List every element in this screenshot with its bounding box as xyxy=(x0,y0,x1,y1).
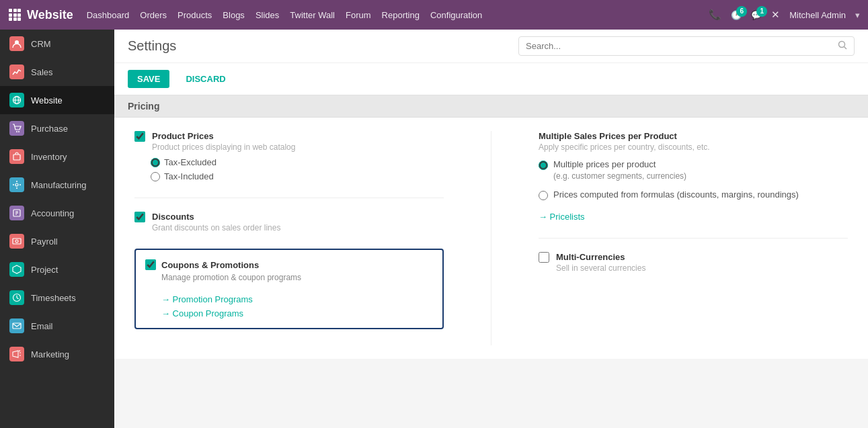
main-wrapper: CRM Sales Website Purchase Inventory xyxy=(0,30,868,428)
tax-included-radio[interactable] xyxy=(151,172,160,181)
svg-point-14 xyxy=(18,131,19,132)
coupons-header-row: Coupons & Promotions xyxy=(145,259,433,270)
multiple-prices-desc: Apply specific prices per country, disco… xyxy=(539,142,848,152)
coupons-checkbox[interactable] xyxy=(145,259,156,270)
product-prices-title: Product Prices xyxy=(152,131,295,141)
coupons-title: Coupons & Promotions xyxy=(161,260,259,270)
sidebar-label-purchase: Purchase xyxy=(31,124,68,134)
nav-forum[interactable]: Forum xyxy=(346,10,371,20)
toolbar: SAVE DISCARD xyxy=(114,63,868,95)
discounts-checkbox[interactable] xyxy=(134,212,145,222)
sidebar-item-inventory[interactable]: Inventory xyxy=(0,142,114,171)
nav-slides[interactable]: Slides xyxy=(255,10,279,20)
sidebar-item-sales[interactable]: Sales xyxy=(0,58,114,86)
multi-currencies-checkbox[interactable] xyxy=(539,252,549,263)
pricelists-link[interactable]: → Pricelists xyxy=(539,212,585,222)
multi-currencies-title: Multi-Currencies xyxy=(556,252,645,262)
svg-rect-6 xyxy=(9,17,12,21)
multiple-prices-title: Multiple Sales Prices per Product xyxy=(539,131,848,141)
search-input[interactable] xyxy=(526,41,835,51)
product-prices-desc: Product prices displaying in web catalog xyxy=(152,142,295,152)
app-title: Website xyxy=(27,8,73,22)
close-icon[interactable]: ✕ xyxy=(771,9,780,21)
save-button[interactable]: SAVE xyxy=(128,70,169,88)
coupon-programs-link[interactable]: → Coupon Programs xyxy=(161,308,243,318)
sidebar-label-payroll: Payroll xyxy=(31,237,58,247)
svg-rect-4 xyxy=(13,13,17,17)
crm-icon xyxy=(9,36,24,51)
svg-line-28 xyxy=(19,351,20,352)
product-prices-group: Product Prices Product prices displaying… xyxy=(134,131,444,181)
nav-blogs[interactable]: Blogs xyxy=(223,10,245,20)
website-icon xyxy=(9,93,24,108)
project-icon xyxy=(9,262,24,277)
chat-badge-wrap[interactable]: 💬 1 xyxy=(751,10,762,20)
svg-rect-2 xyxy=(17,9,21,12)
sidebar-item-crm[interactable]: CRM xyxy=(0,30,114,58)
svg-marker-25 xyxy=(13,351,18,357)
tax-options: Tax-Excluded Tax-Included xyxy=(134,157,444,181)
product-prices-checkbox[interactable] xyxy=(134,131,145,142)
multiple-prices-radio2[interactable] xyxy=(539,191,548,200)
pricing-col-left: Product Prices Product prices displaying… xyxy=(134,131,444,345)
sidebar-label-email: Email xyxy=(31,321,53,331)
sidebar-item-email[interactable]: Email xyxy=(0,312,114,340)
svg-rect-1 xyxy=(13,9,17,12)
multi-currencies-text: Multi-Currencies Sell in several currenc… xyxy=(556,252,645,273)
sidebar-label-website: Website xyxy=(31,95,63,105)
payroll-icon xyxy=(9,234,24,249)
discounts-header: Discounts Grant discounts on sales order… xyxy=(134,212,444,232)
sidebar-item-project[interactable]: Project xyxy=(0,255,114,284)
tax-included-label: Tax-Included xyxy=(164,171,214,181)
promotion-programs-link[interactable]: → Promotion Programs xyxy=(161,294,253,304)
multiple-prices-radio1[interactable] xyxy=(539,161,548,170)
multiple-prices-label1: Multiple prices per product (e.g. custom… xyxy=(553,159,686,182)
user-name[interactable]: Mitchell Admin xyxy=(789,10,846,20)
svg-rect-3 xyxy=(9,13,12,17)
sidebar-item-marketing[interactable]: Marketing xyxy=(0,340,114,368)
content-area: Settings SAVE DISCARD Pricing xyxy=(114,30,868,428)
search-bar xyxy=(518,36,855,56)
multiple-prices-option2: Prices computed from formulas (discounts… xyxy=(539,189,848,201)
nav-configuration[interactable]: Configuration xyxy=(430,10,482,20)
search-icon xyxy=(838,40,847,52)
svg-point-22 xyxy=(15,240,18,243)
nav-twitter-wall[interactable]: Twitter Wall xyxy=(290,10,335,20)
topnav-right: 📞 🕐 6 💬 1 ✕ Mitchell Admin ▾ xyxy=(709,9,860,21)
nav-reporting[interactable]: Reporting xyxy=(382,10,420,20)
coupons-box: Coupons & Promotions Manage promotion & … xyxy=(134,249,444,329)
discounts-desc: Grant discounts on sales order lines xyxy=(152,223,280,232)
product-prices-text: Product Prices Product prices displaying… xyxy=(152,131,295,152)
coupons-text: Coupons & Promotions xyxy=(161,260,259,270)
multi-currencies-header: Multi-Currencies Sell in several currenc… xyxy=(539,252,848,273)
tax-excluded-label: Tax-Excluded xyxy=(164,157,216,167)
svg-rect-7 xyxy=(13,17,17,21)
sidebar-item-timesheets[interactable]: Timesheets xyxy=(0,284,114,312)
manufacturing-icon xyxy=(9,177,24,192)
sidebar-item-website[interactable]: Website xyxy=(0,86,114,114)
multiple-prices-group: Multiple Sales Prices per Product Apply … xyxy=(539,131,848,222)
multi-currencies-group: Multi-Currencies Sell in several currenc… xyxy=(539,252,848,273)
sidebar-label-marketing: Marketing xyxy=(31,349,69,359)
svg-rect-5 xyxy=(17,13,21,17)
sidebar-label-crm: CRM xyxy=(31,39,51,49)
sidebar-label-inventory: Inventory xyxy=(31,152,67,162)
clock-badge-count: 6 xyxy=(736,6,747,17)
page-title: Settings xyxy=(128,38,518,54)
discard-button[interactable]: DISCARD xyxy=(176,70,235,88)
svg-point-16 xyxy=(15,183,18,186)
phone-icon[interactable]: 📞 xyxy=(709,9,721,21)
nav-orders[interactable]: Orders xyxy=(140,10,167,20)
tax-excluded-radio[interactable] xyxy=(151,158,160,167)
clock-badge-wrap[interactable]: 🕐 6 xyxy=(731,10,742,20)
nav-products[interactable]: Products xyxy=(177,10,212,20)
nav-dashboard[interactable]: Dashboard xyxy=(87,10,130,20)
svg-rect-21 xyxy=(13,239,21,244)
sidebar: CRM Sales Website Purchase Inventory xyxy=(0,30,114,428)
sidebar-item-accounting[interactable]: Accounting xyxy=(0,199,114,227)
sidebar-item-payroll[interactable]: Payroll xyxy=(0,227,114,255)
sidebar-label-accounting: Accounting xyxy=(31,208,74,218)
sidebar-item-purchase[interactable]: Purchase xyxy=(0,114,114,142)
app-grid-icon[interactable] xyxy=(8,8,22,22)
sidebar-item-manufacturing[interactable]: Manufacturing xyxy=(0,171,114,199)
